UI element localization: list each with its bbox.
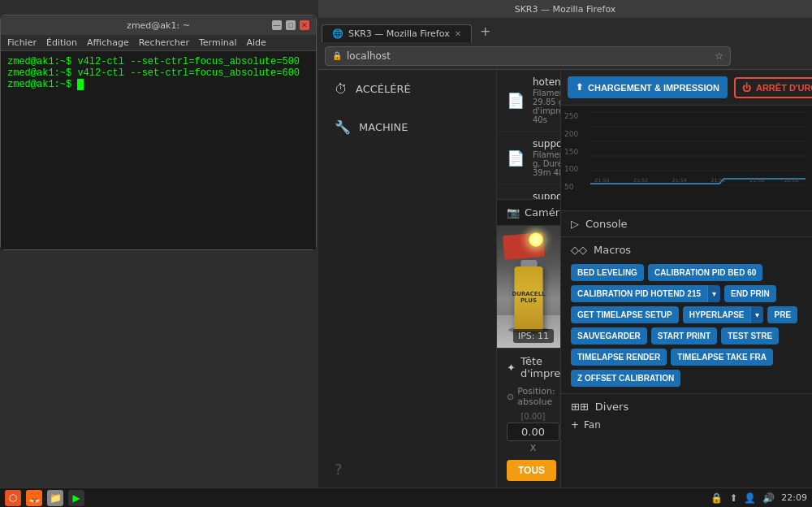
terminal-menu-aide[interactable]: Aide: [246, 37, 266, 48]
macro-calibration-pid-bed[interactable]: CALIBRATION PID BED 60: [648, 264, 762, 281]
terminal-menu-terminal[interactable]: Terminal: [199, 37, 237, 48]
accelere-icon: ⏱: [335, 81, 348, 97]
file-name-1: support_chaine1.gcode: [533, 138, 560, 150]
terminal-title: zmed@ak1: ~: [127, 20, 190, 31]
fan-label: Fan: [584, 419, 601, 431]
right-panel: ⬆ CHARGEMENT & IMPRESSION ⏻ ARRÊT D'URGE…: [560, 70, 812, 488]
terminal-menu-fichier[interactable]: Fichier: [7, 37, 37, 48]
macro-start-print[interactable]: START PRINT: [651, 327, 717, 344]
terminal-menu-affichage[interactable]: Affichage: [87, 37, 129, 48]
chart-y-150: 150: [564, 148, 578, 156]
macro-z-offset[interactable]: Z OFFSET CALIBRATION: [571, 370, 680, 387]
sidebar-item-machine[interactable]: 🔧 MACHINE: [318, 108, 496, 146]
sidebar-machine-label: MACHINE: [359, 121, 408, 133]
axis-x-label: X: [530, 443, 537, 453]
firefox-urlbar: 🔒 localhost ☆: [318, 42, 812, 70]
divers-fan-item[interactable]: + Fan: [571, 419, 802, 431]
terminal-menu-edition[interactable]: Édition: [46, 37, 77, 48]
file-item-1[interactable]: 📄 support_chaine1.gcode Filament: 1539 m…: [497, 132, 560, 184]
terminal-menu-rechercher[interactable]: Rechercher: [139, 37, 189, 48]
macro-test-stre[interactable]: TEST STRE: [721, 327, 779, 344]
macro-calibration-hotend-arrow[interactable]: ▾: [707, 285, 720, 302]
user-icon: 👤: [744, 492, 756, 504]
ubuntu-logo-icon[interactable]: ⬡: [5, 490, 21, 506]
arret-urgence-button[interactable]: ⏻ ARRÊT D'URGENCE: [734, 77, 812, 98]
console-expand-icon: ▷: [571, 218, 579, 230]
svg-text:21:56: 21:56: [710, 177, 725, 183]
network-icon: ⬆: [729, 492, 737, 504]
position-label: ⊙ Position: absolue: [507, 386, 551, 407]
chart-y-250: 250: [564, 112, 578, 120]
macro-bed-leveling[interactable]: BED LEVELING: [571, 264, 644, 281]
macro-calibration-pid-hotend: CALIBRATION PID HOTEND 215 ▾: [571, 285, 720, 302]
help-icon[interactable]: ?: [318, 451, 496, 488]
print-head-section: ✦ Tête d'impression ⋮ ▾ ⊙ Position: abso…: [497, 348, 560, 488]
file-list: 📄 hotend_PETG.gcode Filament: 9772 mm / …: [497, 70, 560, 200]
macro-get-timelapse[interactable]: GET TIMELAPSE SETUP: [571, 306, 679, 323]
console-header[interactable]: ▷ Console: [571, 218, 802, 230]
macro-timelapse-render[interactable]: TIMELAPSE RENDER: [571, 349, 667, 366]
terminal-line-3: zmed@ak1:~$: [7, 79, 309, 90]
print-head-title-text: Tête d'impression: [520, 355, 560, 379]
terminal-minimize-button[interactable]: —: [272, 20, 282, 30]
bookmark-star-icon[interactable]: ☆: [715, 50, 723, 62]
chart-y-100: 100: [564, 165, 578, 173]
terminal-close-button[interactable]: ✕: [300, 20, 309, 30]
url-input[interactable]: 🔒 localhost ☆: [325, 46, 731, 66]
svg-text:21:52: 21:52: [633, 177, 648, 183]
file-name-2: supportVentilo.gcode: [533, 191, 560, 200]
divers-title: Divers: [595, 401, 628, 413]
macro-hyperlapse: HYPERLAPSE ▾: [683, 306, 764, 323]
temp-chart-svg: 21:50 21:52 21:54 21:56 21:58 22:00: [590, 112, 806, 185]
charge-impression-button[interactable]: ⬆ CHARGEMENT & IMPRESSION: [568, 76, 728, 98]
urgence-label: ARRÊT D'URGENCE: [756, 83, 812, 93]
camera-icon: 📷: [507, 206, 520, 219]
terminal-line-2: zmed@ak1:~$ v4l2-ctl --set-ctrl=focus_ab…: [7, 67, 309, 79]
terminal-app-icon[interactable]: ▶: [68, 490, 84, 506]
firefox-tabs: 🌐 SKR3 — Mozilla Firefox ✕ +: [318, 18, 812, 42]
macro-hyperlapse-arrow[interactable]: ▾: [750, 306, 763, 323]
terminal-cursor: [77, 79, 84, 90]
new-tab-button[interactable]: +: [473, 20, 497, 42]
chart-y-50: 50: [564, 183, 578, 191]
position-dot-icon: ⊙: [507, 392, 514, 402]
tab-close-button[interactable]: ✕: [455, 29, 461, 38]
firefox-window: SKR3 — Mozilla Firefox 🌐 SKR3 — Mozilla …: [318, 0, 812, 488]
chart-inner: 21:50 21:52 21:54 21:56 21:58 22:00: [590, 112, 806, 204]
firefox-tab-active[interactable]: 🌐 SKR3 — Mozilla Firefox ✕: [322, 24, 472, 42]
firefox-titlebar: SKR3 — Mozilla Firefox: [318, 0, 812, 18]
sidebar-left: ⏱ ACCÉLÉRÉ 🔧 MACHINE ?: [318, 70, 497, 488]
macros-icon: ◇◇: [571, 244, 587, 256]
btn-tous-button[interactable]: TOUS: [507, 460, 556, 481]
ips-badge: IPS: 11: [513, 329, 554, 343]
terminal-maximize-button[interactable]: □: [286, 20, 296, 30]
macro-calibration-hotend-main[interactable]: CALIBRATION PID HOTEND 215: [571, 285, 707, 302]
file-item-0[interactable]: 📄 hotend_PETG.gcode Filament: 9772 mm / …: [497, 70, 560, 132]
macro-end-print[interactable]: END PRIN: [724, 285, 776, 302]
axis-inputs: [0.00] 0.00 X [0.00] 0.00 Y: [507, 412, 551, 453]
console-title: Console: [585, 218, 628, 230]
sidebar-item-accelere[interactable]: ⏱ ACCÉLÉRÉ: [318, 70, 496, 108]
terminal-titlebar: zmed@ak1: ~ — □ ✕: [1, 15, 316, 35]
chart-y-200: 200: [564, 130, 578, 138]
firefox-app-icon[interactable]: 🦊: [26, 490, 42, 506]
macro-hyperlapse-main[interactable]: HYPERLAPSE: [683, 306, 751, 323]
svg-text:21:54: 21:54: [672, 177, 687, 183]
file-item-2[interactable]: 📄 supportVentilo.gcode Filament: 1205 mm…: [497, 184, 560, 200]
macro-sauvegarder[interactable]: SAUVEGARDER: [571, 327, 647, 344]
file-meta-1: Filament: 1539 mm / 4.70 g, Durée d'impr…: [533, 150, 560, 177]
macros-header[interactable]: ◇◇ Macros: [571, 244, 802, 256]
chart-y-labels: 250 200 150 100 50: [561, 112, 581, 191]
terminal-body[interactable]: zmed@ak1:~$ v4l2-ctl --set-ctrl=focus_ab…: [1, 51, 316, 249]
clock: 22:09: [781, 492, 807, 503]
macro-timelapse-take[interactable]: TIMELAPSE TAKE FRA: [671, 349, 773, 366]
browser-content: ⏱ ACCÉLÉRÉ 🔧 MACHINE ? 📄 hotend_PETG.gco…: [318, 70, 812, 488]
macro-pre[interactable]: PRE: [767, 306, 797, 323]
axis-group-x: [0.00] 0.00 X: [507, 412, 559, 453]
taskbar: ⬡ 🦊 📁 ▶ 🔒 ⬆ 👤 🔊 22:09: [0, 488, 812, 507]
files-app-icon[interactable]: 📁: [47, 490, 63, 506]
svg-text:21:58: 21:58: [749, 177, 764, 183]
macros-title: Macros: [594, 244, 631, 256]
svg-text:21:50: 21:50: [594, 177, 609, 183]
terminal-line-1: zmed@ak1:~$ v4l2-ctl --set-ctrl=focus_ab…: [7, 56, 309, 67]
